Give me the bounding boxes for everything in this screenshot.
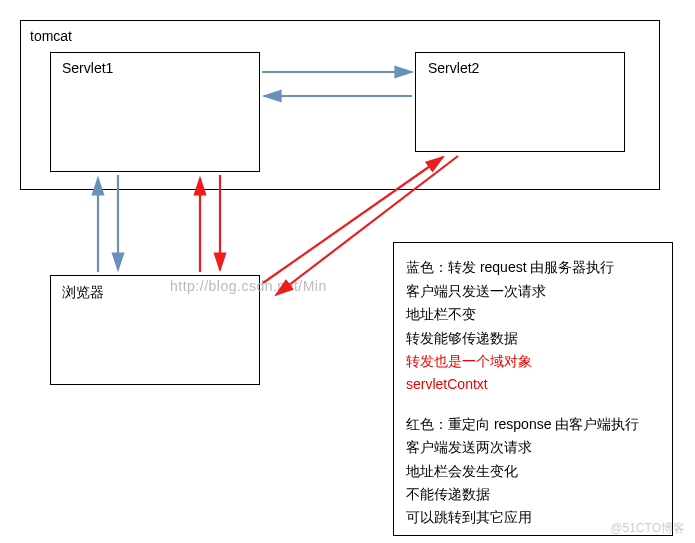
tomcat-label: tomcat	[30, 28, 72, 44]
servlet2-label: Servlet2	[428, 60, 479, 76]
servlet1-label: Servlet1	[62, 60, 113, 76]
credit-text: @51CTO博客	[610, 520, 685, 537]
legend-red-title: 红色：重定向 response 由客户端执行	[406, 415, 660, 433]
legend-blue-red2: servletContxt	[406, 375, 660, 393]
legend-blue-title: 蓝色：转发 request 由服务器执行	[406, 258, 660, 276]
legend-red-line3: 不能传递数据	[406, 485, 660, 503]
legend-red-line2: 地址栏会发生变化	[406, 462, 660, 480]
legend-box: 蓝色：转发 request 由服务器执行 客户端只发送一次请求 地址栏不变 转发…	[393, 242, 673, 536]
legend-red-line1: 客户端发送两次请求	[406, 438, 660, 456]
legend-blue-line2: 地址栏不变	[406, 305, 660, 323]
legend-blue-line1: 客户端只发送一次请求	[406, 282, 660, 300]
legend-blue-red1: 转发也是一个域对象	[406, 352, 660, 370]
browser-label: 浏览器	[62, 284, 104, 302]
watermark-text: http://blog.csdn.net/Min	[170, 278, 327, 294]
legend-blue-line3: 转发能够传递数据	[406, 329, 660, 347]
